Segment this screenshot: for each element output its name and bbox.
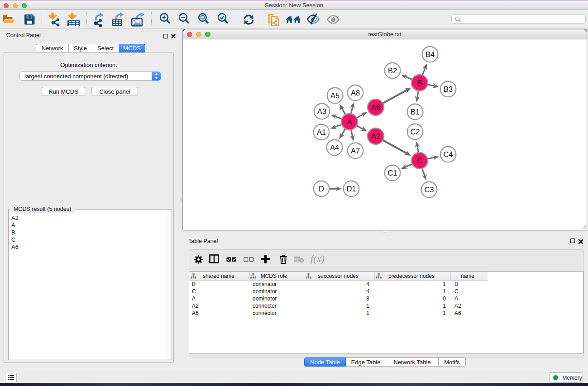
svg-text:A3: A3 bbox=[317, 107, 326, 115]
svg-text:A1: A1 bbox=[317, 128, 326, 136]
svg-text:C1: C1 bbox=[387, 169, 397, 177]
svg-text:C3: C3 bbox=[424, 186, 434, 194]
svg-text:D1: D1 bbox=[346, 185, 356, 193]
svg-text:A6: A6 bbox=[371, 103, 380, 111]
svg-text:C4: C4 bbox=[443, 150, 453, 158]
svg-text:C2: C2 bbox=[410, 128, 420, 136]
svg-text:B: B bbox=[417, 79, 422, 87]
svg-text:D: D bbox=[319, 185, 324, 193]
svg-text:A8: A8 bbox=[351, 89, 360, 97]
svg-text:B1: B1 bbox=[411, 108, 420, 116]
svg-text:A: A bbox=[347, 118, 352, 126]
svg-text:C: C bbox=[417, 157, 422, 165]
svg-text:A7: A7 bbox=[351, 147, 360, 155]
svg-text:A2: A2 bbox=[371, 132, 380, 140]
svg-text:A4: A4 bbox=[330, 143, 339, 152]
svg-text:B2: B2 bbox=[388, 67, 397, 75]
svg-text:B3: B3 bbox=[444, 85, 453, 93]
svg-text:B4: B4 bbox=[425, 50, 435, 58]
svg-text:A5: A5 bbox=[330, 91, 339, 100]
